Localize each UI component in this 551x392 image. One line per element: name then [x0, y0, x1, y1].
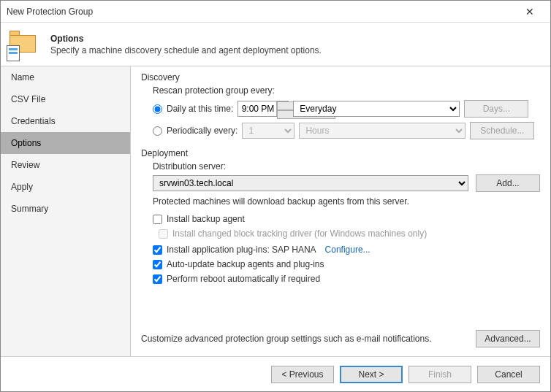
- nav-item-apply[interactable]: Apply: [1, 176, 130, 198]
- install-agent-checkbox[interactable]: [153, 215, 162, 224]
- wizard-footer: < Previous Next > Finish Cancel: [1, 356, 550, 391]
- header-subtitle: Specify a machine discovery schedule and…: [50, 45, 322, 55]
- previous-button[interactable]: < Previous: [271, 366, 334, 383]
- advanced-text: Customize advanced protection group sett…: [141, 334, 468, 344]
- days-button[interactable]: Days...: [464, 100, 528, 118]
- install-plugins-label[interactable]: Install application plug-ins: SAP HANA: [153, 245, 316, 255]
- dist-server-select[interactable]: srvwin03.tech.local: [153, 175, 468, 191]
- periodic-radio-text: Periodically every:: [167, 126, 238, 136]
- nav-item-name[interactable]: Name: [1, 66, 130, 88]
- daily-radio[interactable]: [153, 104, 162, 114]
- reboot-checkbox[interactable]: [153, 274, 162, 284]
- nav-item-options[interactable]: Options: [1, 132, 130, 154]
- schedule-button[interactable]: Schedule...: [470, 122, 534, 139]
- title-bar: New Protection Group ✕: [1, 1, 550, 23]
- daily-time-field[interactable]: [238, 101, 276, 116]
- nav-item-credentials[interactable]: Credentials: [1, 110, 130, 132]
- dist-note: Protected machines will download backup …: [153, 196, 540, 207]
- reboot-text: Perform reboot automatically if required: [167, 274, 320, 284]
- nav-item-summary[interactable]: Summary: [1, 198, 130, 220]
- header-title: Options: [50, 34, 322, 44]
- reboot-label[interactable]: Perform reboot automatically if required: [153, 274, 320, 284]
- dist-label: Distribution server:: [153, 161, 540, 172]
- install-cbt-checkbox: [159, 229, 168, 239]
- install-agent-text: Install backup agent: [167, 214, 245, 224]
- window-title: New Protection Group: [7, 7, 515, 17]
- nav-item-review[interactable]: Review: [1, 154, 130, 176]
- finish-button: Finish: [408, 366, 471, 383]
- deployment-title: Deployment: [141, 148, 540, 158]
- wizard-nav: Name CSV File Credentials Options Review…: [1, 66, 131, 356]
- add-server-button[interactable]: Add...: [476, 174, 540, 192]
- daily-radio-text: Daily at this time:: [167, 104, 233, 114]
- auto-update-checkbox[interactable]: [153, 260, 162, 269]
- nav-item-csv[interactable]: CSV File: [1, 88, 130, 110]
- auto-update-text: Auto-update backup agents and plug-ins: [167, 259, 324, 269]
- install-plugins-checkbox[interactable]: [153, 245, 162, 255]
- install-agent-label[interactable]: Install backup agent: [153, 214, 245, 224]
- wizard-header: Options Specify a machine discovery sche…: [1, 23, 550, 66]
- discovery-title: Discovery: [141, 72, 540, 82]
- periodic-unit-select: Hours: [299, 123, 466, 139]
- options-icon: [7, 28, 40, 61]
- daily-time-input[interactable]: ▲ ▼: [238, 101, 289, 117]
- daily-interval-select[interactable]: Everyday: [293, 101, 460, 117]
- periodic-radio-label[interactable]: Periodically every:: [153, 126, 238, 136]
- periodic-radio[interactable]: [153, 126, 162, 136]
- advanced-button[interactable]: Advanced...: [476, 330, 540, 347]
- close-icon[interactable]: ✕: [515, 6, 544, 18]
- install-cbt-text: Install changed block tracking driver (f…: [172, 228, 427, 239]
- periodic-value-select: 1: [242, 123, 294, 139]
- rescan-label: Rescan protection group every:: [153, 85, 540, 96]
- next-button[interactable]: Next >: [340, 366, 403, 383]
- daily-radio-label[interactable]: Daily at this time:: [153, 104, 233, 114]
- auto-update-label[interactable]: Auto-update backup agents and plug-ins: [153, 259, 324, 269]
- configure-plugins-link[interactable]: Configure...: [325, 245, 370, 255]
- install-plugins-text: Install application plug-ins: SAP HANA: [167, 245, 316, 255]
- cancel-button[interactable]: Cancel: [477, 366, 540, 383]
